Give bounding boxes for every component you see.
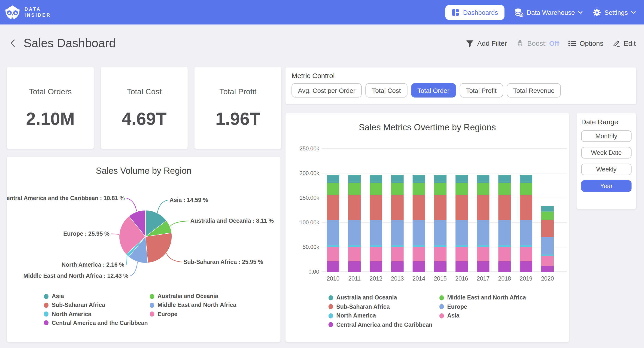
- bar-segment-2011-australia-and-oceania[interactable]: [348, 175, 361, 183]
- bar-segment-2013-asia[interactable]: [391, 247, 404, 261]
- bar-segment-2015-north-america[interactable]: [434, 245, 446, 247]
- bar-segment-2017-europe[interactable]: [477, 220, 490, 245]
- bar-segment-2019-central-america-and-the-caribbean[interactable]: [520, 261, 532, 272]
- bar-segment-2012-north-america[interactable]: [370, 245, 382, 247]
- bar-segment-2016-middle-east-and-north-africa[interactable]: [456, 183, 468, 195]
- pie-legend-sub-saharan-africa[interactable]: Sub-Saharan Africa: [44, 302, 105, 308]
- bar-segment-2010-europe[interactable]: [327, 220, 339, 245]
- nav-dashboards-button[interactable]: Dashboards: [446, 5, 504, 20]
- date-range-option-week-date[interactable]: Week Date: [581, 147, 632, 159]
- bar-segment-2011-sub-saharan-africa[interactable]: [348, 195, 361, 220]
- nav-data-warehouse[interactable]: Data Warehouse: [515, 8, 583, 17]
- bar-segment-2010-asia[interactable]: [327, 247, 339, 261]
- bar-segment-2010-sub-saharan-africa[interactable]: [327, 195, 339, 220]
- bar-segment-2017-north-america[interactable]: [477, 245, 490, 247]
- date-range-option-year[interactable]: Year: [581, 180, 632, 192]
- date-range-option-weekly[interactable]: Weekly: [581, 164, 632, 175]
- bar-segment-2019-australia-and-oceania[interactable]: [520, 175, 532, 183]
- bar-segment-2016-europe[interactable]: [456, 220, 468, 245]
- pie-legend-asia[interactable]: Asia: [44, 293, 64, 299]
- bar-segment-2012-central-america-and-the-caribbean[interactable]: [370, 261, 382, 272]
- metric-option-total-order[interactable]: Total Order: [411, 83, 456, 98]
- bar-segment-2016-sub-saharan-africa[interactable]: [456, 195, 468, 220]
- bar-segment-2012-middle-east-and-north-africa[interactable]: [370, 183, 382, 195]
- bar-segment-2012-europe[interactable]: [370, 220, 382, 245]
- bar-segment-2016-australia-and-oceania[interactable]: [456, 175, 468, 183]
- bar-segment-2020-middle-east-and-north-africa[interactable]: [541, 211, 554, 220]
- bar-segment-2016-north-america[interactable]: [456, 245, 468, 247]
- bar-segment-2017-middle-east-and-north-africa[interactable]: [477, 183, 490, 195]
- bar-segment-2010-north-america[interactable]: [327, 245, 339, 247]
- bar-segment-2017-australia-and-oceania[interactable]: [477, 175, 490, 183]
- bar-segment-2013-australia-and-oceania[interactable]: [391, 175, 404, 183]
- pie-legend-middle-east-and-north-africa[interactable]: Middle East and North Africa: [150, 302, 236, 308]
- bar-segment-2012-australia-and-oceania[interactable]: [370, 175, 382, 183]
- bar-segment-2011-asia[interactable]: [348, 247, 361, 261]
- pie-legend-north-america[interactable]: North America: [44, 311, 91, 317]
- bar-segment-2015-asia[interactable]: [434, 247, 446, 261]
- brand-logo[interactable]: DATA INSIDER: [4, 4, 51, 21]
- metric-option-total-profit[interactable]: Total Profit: [460, 83, 503, 98]
- bar-segment-2017-asia[interactable]: [477, 247, 490, 261]
- bar-segment-2013-central-america-and-the-caribbean[interactable]: [391, 261, 404, 272]
- pie-legend-australia-and-oceania[interactable]: Australia and Oceania: [150, 293, 218, 299]
- bar-segment-2018-asia[interactable]: [498, 247, 511, 261]
- metric-option-total-revenue[interactable]: Total Revenue: [507, 83, 561, 98]
- bar-segment-2013-europe[interactable]: [391, 220, 404, 245]
- bar-segment-2019-sub-saharan-africa[interactable]: [520, 195, 532, 220]
- bar-segment-2019-middle-east-and-north-africa[interactable]: [520, 183, 532, 195]
- bar-legend-europe[interactable]: Europe: [439, 303, 467, 310]
- bar-legend-australia-and-oceania[interactable]: Australia and Oceania: [328, 294, 397, 301]
- bar-segment-2011-middle-east-and-north-africa[interactable]: [348, 183, 361, 195]
- bar-segment-2014-sub-saharan-africa[interactable]: [412, 195, 425, 220]
- bar-segment-2014-asia[interactable]: [412, 247, 425, 261]
- bar-segment-2014-europe[interactable]: [412, 220, 425, 245]
- date-range-option-monthly[interactable]: Monthly: [581, 130, 632, 142]
- bar-legend-asia[interactable]: Asia: [439, 312, 460, 319]
- bar-segment-2015-central-america-and-the-caribbean[interactable]: [434, 261, 446, 272]
- add-filter-button[interactable]: Add Filter: [466, 39, 507, 47]
- bar-segment-2020-north-america[interactable]: [541, 254, 554, 256]
- bar-legend-central-america-and-the-caribbean[interactable]: Central America and the Caribbean: [328, 321, 432, 328]
- bar-segment-2013-north-america[interactable]: [391, 245, 404, 247]
- bar-segment-2014-middle-east-and-north-africa[interactable]: [412, 183, 425, 195]
- bar-segment-2018-north-america[interactable]: [498, 245, 511, 247]
- bar-segment-2018-australia-and-oceania[interactable]: [498, 175, 511, 183]
- bar-segment-2010-central-america-and-the-caribbean[interactable]: [327, 261, 339, 272]
- bar-legend-middle-east-and-north-africa[interactable]: Middle East and North Africa: [439, 294, 526, 301]
- bar-segment-2020-australia-and-oceania[interactable]: [541, 206, 554, 211]
- bar-segment-2015-australia-and-oceania[interactable]: [434, 175, 446, 183]
- bar-segment-2017-sub-saharan-africa[interactable]: [477, 195, 490, 220]
- bar-segment-2019-north-america[interactable]: [520, 245, 532, 247]
- bar-segment-2015-sub-saharan-africa[interactable]: [434, 195, 446, 220]
- bar-segment-2020-asia[interactable]: [541, 256, 554, 266]
- bar-segment-2018-europe[interactable]: [498, 220, 511, 245]
- bar-segment-2020-europe[interactable]: [541, 237, 554, 254]
- metric-option-avg-cost-per-order[interactable]: Avg. Cost per Order: [292, 83, 362, 98]
- bar-segment-2012-sub-saharan-africa[interactable]: [370, 195, 382, 220]
- pie-slice-sub-saharan-africa[interactable]: [146, 233, 172, 263]
- bar-segment-2020-sub-saharan-africa[interactable]: [541, 220, 554, 237]
- nav-settings[interactable]: Settings: [593, 8, 636, 17]
- bar-segment-2014-australia-and-oceania[interactable]: [412, 175, 425, 183]
- bar-segment-2018-central-america-and-the-caribbean[interactable]: [498, 261, 511, 272]
- bar-segment-2013-sub-saharan-africa[interactable]: [391, 195, 404, 220]
- bar-segment-2016-central-america-and-the-caribbean[interactable]: [456, 261, 468, 272]
- bar-segment-2014-central-america-and-the-caribbean[interactable]: [412, 261, 425, 272]
- bar-segment-2010-australia-and-oceania[interactable]: [327, 175, 339, 183]
- pie-legend-central-america-and-the-caribbean[interactable]: Central America and the Caribbean: [44, 320, 148, 326]
- edit-button[interactable]: Edit: [612, 39, 636, 47]
- back-button[interactable]: [8, 38, 17, 49]
- pie-legend-europe[interactable]: Europe: [150, 311, 178, 317]
- bar-segment-2017-central-america-and-the-caribbean[interactable]: [477, 261, 490, 272]
- bar-segment-2018-middle-east-and-north-africa[interactable]: [498, 183, 511, 195]
- metric-option-total-cost[interactable]: Total Cost: [366, 83, 408, 98]
- bar-segment-2018-sub-saharan-africa[interactable]: [498, 195, 511, 220]
- options-button[interactable]: Options: [568, 39, 603, 47]
- bar-segment-2014-north-america[interactable]: [412, 245, 425, 247]
- bar-segment-2019-europe[interactable]: [520, 220, 532, 245]
- bar-segment-2013-middle-east-and-north-africa[interactable]: [391, 183, 404, 195]
- bar-segment-2012-asia[interactable]: [370, 247, 382, 261]
- bar-segment-2011-europe[interactable]: [348, 220, 361, 245]
- bar-segment-2011-central-america-and-the-caribbean[interactable]: [348, 261, 361, 272]
